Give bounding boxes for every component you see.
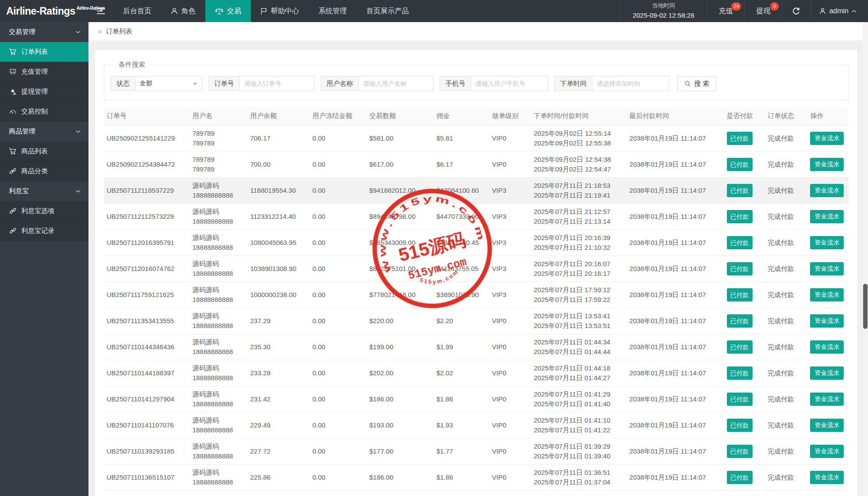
fund-flow-button[interactable]: 资金流水 (810, 393, 844, 406)
nav-item-roles[interactable]: 角色 (161, 0, 205, 22)
status-cell: 完成付款 (765, 229, 807, 256)
fund-flow-button[interactable]: 资金流水 (810, 132, 844, 145)
nav-item-home-products[interactable]: 首页展示产品 (357, 0, 419, 22)
sidebar-item-interest-options[interactable]: 利息宝选项 (0, 201, 88, 221)
fund-flow-button[interactable]: 资金流水 (810, 314, 844, 328)
balance-cell: 1168019554.30 (248, 177, 310, 203)
phone-label: 手机号 (440, 76, 471, 91)
fund-flow-button[interactable]: 资金流水 (810, 340, 844, 354)
scrollbar-thumb[interactable] (863, 284, 868, 329)
order-time-cell: 2025年07月11日 01:36:51 2025年07月11日 01:37:0… (531, 464, 627, 490)
last-pay-time-cell: 2038年01月19日 11:14:07 (627, 386, 724, 412)
sidebar-item-trade-control[interactable]: 交易控制 (0, 102, 88, 122)
balance-cell: 233.28 (248, 360, 310, 386)
page-title: 订单列表 (106, 27, 132, 36)
sidebar-group-interest[interactable]: 利息宝 (0, 181, 88, 201)
fund-flow-button[interactable]: 资金流水 (810, 471, 844, 484)
nav-item-system[interactable]: 系统管理 (309, 0, 357, 22)
sidebar-item-product-category[interactable]: 商品分类 (0, 161, 88, 181)
frozen-cell: 0.00 (310, 334, 367, 360)
amount-cell: $220.00 (367, 308, 434, 334)
local-time: 当地时间 2025-09-02 12:58:28 (620, 0, 707, 22)
logo-text: Airline-Ratings (6, 5, 75, 17)
username-label: 用户名称 (321, 76, 358, 91)
table-row: UB2507112016395791 源码源码 18888888888 1080… (104, 229, 849, 256)
username-cell: 源码源码 18888888888 (190, 177, 248, 203)
order-time-input[interactable] (592, 76, 669, 91)
sidebar-item-withdraw-mgmt[interactable]: 提现管理 (0, 82, 88, 102)
sidebar-item-product-list[interactable]: 商品列表 (0, 141, 88, 161)
status-cell: 完成付款 (765, 438, 807, 464)
admin-menu[interactable]: admin (810, 0, 868, 22)
amount-cell: $941682012.00 (367, 177, 434, 203)
vertical-scrollbar[interactable] (863, 22, 868, 496)
username-cell: 源码源码 18888888888 (190, 229, 248, 256)
frozen-cell: 0.00 (310, 360, 367, 386)
nav-item-dashboard[interactable]: 后台首页 (113, 0, 161, 22)
sidebar-group-products[interactable]: 商品管理 (0, 122, 88, 141)
fund-flow-button[interactable]: 资金流水 (810, 366, 844, 380)
sidebar-item-interest-records[interactable]: 利息宝记录 (0, 221, 88, 241)
nav-item-trade[interactable]: 交易 (205, 0, 251, 22)
navbar-right: 当地时间 2025-09-02 12:58:28 充值 24 提现 0 admi… (620, 0, 868, 22)
fund-flow-button[interactable]: 资金流水 (810, 262, 844, 275)
status-select[interactable]: 全部 ▼ (135, 76, 202, 91)
fund-flow-button[interactable]: 资金流水 (810, 184, 844, 197)
paid-cell: 已付款 (724, 438, 765, 464)
app-logo: Airline-Ratings Airline-Ratings (0, 0, 88, 22)
link-icon (9, 207, 16, 214)
action-cell: 资金流水 (807, 203, 849, 229)
withdraw-button[interactable]: 提现 0 (744, 0, 782, 22)
balance-cell: 231.42 (248, 386, 310, 412)
status-cell: 完成付款 (765, 386, 807, 412)
fund-flow-button[interactable]: 资金流水 (810, 210, 844, 223)
sidebar-group-trade[interactable]: 交易管理 (0, 22, 88, 42)
fund-flow-button[interactable]: 资金流水 (810, 288, 844, 301)
status-cell: 完成付款 (765, 177, 807, 203)
col-level: 做单级别 (489, 107, 531, 125)
paid-badge: 已付款 (727, 393, 753, 406)
recharge-button[interactable]: 充值 24 (707, 0, 744, 22)
nav-item-help-center[interactable]: 帮助中心 (251, 0, 309, 22)
sidebar-toggle-button[interactable] (88, 0, 113, 22)
table-row: UB2507110141297904 源码源码 18888888888 231.… (104, 386, 849, 412)
amount-cell: $186.00 (367, 464, 434, 490)
amount-cell: $177.00 (367, 438, 434, 464)
fund-flow-button[interactable]: 资金流水 (810, 419, 844, 432)
commission-cell (434, 490, 490, 496)
main-content: » 订单列表 条件搜索 状态 全部 ▼ 订单号 用户名称 (88, 22, 868, 496)
level-cell: VIP0 (489, 334, 531, 360)
username-cell: 源码源码 18888888888 (190, 256, 248, 282)
order-no-input[interactable] (239, 76, 315, 91)
fund-flow-button[interactable]: 资金流水 (810, 158, 844, 171)
fund-flow-button[interactable]: 资金流水 (810, 445, 844, 458)
fund-flow-button[interactable]: 资金流水 (810, 236, 844, 249)
paid-cell: 已付款 (724, 412, 765, 438)
username-input[interactable] (358, 76, 434, 91)
content-card: 条件搜索 状态 全部 ▼ 订单号 用户名称 (95, 50, 857, 496)
phone-input[interactable] (471, 76, 548, 91)
search-button[interactable]: 搜 索 (677, 76, 716, 91)
balance-cell (248, 490, 310, 496)
username-cell: 源码源码 18888888888 (190, 308, 248, 334)
commission-cell: $2.20 (434, 308, 490, 334)
paid-badge: 已付款 (727, 158, 753, 171)
billboard-icon (9, 68, 16, 75)
cart-icon (9, 148, 16, 155)
action-cell: 资金流水 (807, 151, 849, 177)
order-time-label: 下单时间 (554, 76, 592, 91)
amount-cell: $865343009.00 (367, 229, 434, 256)
order-no-cell: UB2507110144188397 (104, 360, 190, 386)
last-pay-time-cell: 2038年01月19日 11:14:07 (627, 282, 724, 308)
sidebar-item-order-list[interactable]: 订单列表 (0, 42, 88, 62)
refresh-button[interactable] (782, 0, 810, 22)
balance-cell: 229.49 (248, 412, 310, 438)
level-cell: VIP0 (489, 125, 531, 151)
sidebar-item-recharge-mgmt[interactable]: 充值管理 (0, 62, 88, 82)
last-pay-time-cell: 2038年01月19日 11:14:07 (627, 256, 724, 282)
paid-cell: 已付款 (724, 256, 765, 282)
frozen-cell: 0.00 (310, 177, 367, 203)
order-time-cell: 2025年07月11日 21:18:53 2025年07月11日 21:19:4… (531, 177, 627, 203)
paid-cell: 已付款 (724, 360, 765, 386)
level-cell: VIP0 (489, 386, 531, 412)
